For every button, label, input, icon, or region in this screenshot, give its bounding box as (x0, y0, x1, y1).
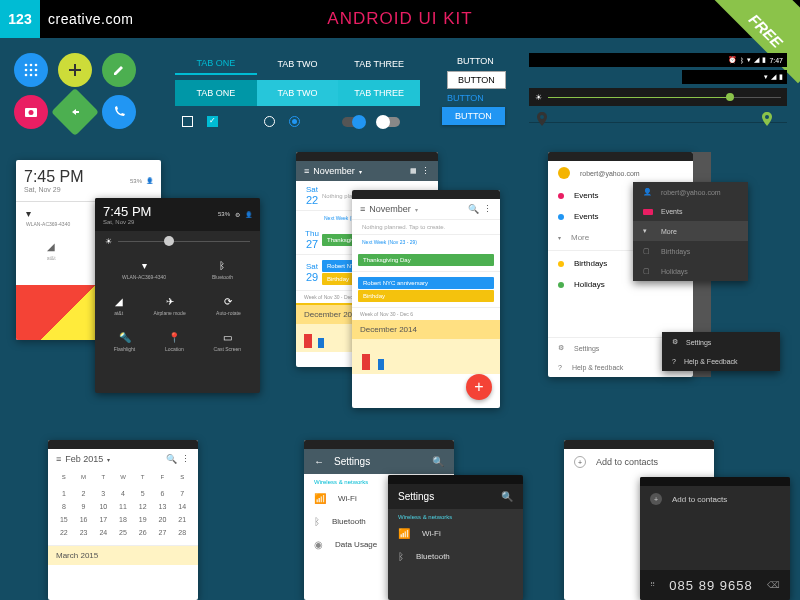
button-link[interactable]: BUTTON (447, 93, 484, 103)
date-cell[interactable]: 13 (153, 500, 173, 513)
settings-wifi-dark[interactable]: 📶Wi-Fi (388, 522, 523, 545)
checkbox-unchecked[interactable] (182, 116, 193, 127)
add-contact-icon[interactable]: + (574, 456, 586, 468)
dialpad-icon[interactable]: ⠿ (650, 581, 655, 589)
avatar (558, 167, 570, 179)
settings-bt-dark[interactable]: ᛒBluetooth (388, 545, 523, 568)
date-cell[interactable]: 7 (172, 487, 192, 500)
settings-icon[interactable]: ⚙ (235, 211, 240, 218)
menu-icon[interactable]: ≡ (56, 454, 61, 464)
add-contact-icon[interactable]: + (650, 493, 662, 505)
qs-signal[interactable]: ◢at&t (114, 296, 123, 316)
button-ghost[interactable]: BUTTON (447, 53, 504, 69)
date-cell[interactable]: 8 (54, 500, 74, 513)
date-cell[interactable]: 15 (54, 513, 74, 526)
date-cell[interactable]: 10 (93, 500, 113, 513)
profile-icon[interactable]: 👤 (146, 177, 153, 184)
date-cell[interactable]: 28 (172, 526, 192, 539)
date-cell[interactable]: 23 (74, 526, 94, 539)
tab-three[interactable]: TAB THREE (338, 53, 420, 75)
tab-one[interactable]: TAB ONE (175, 53, 257, 75)
menu-settings[interactable]: ⚙Settings (662, 332, 780, 352)
svg-point-7 (30, 74, 33, 77)
toggle-off[interactable] (378, 117, 400, 127)
qs-cast[interactable]: ▭Cast Screen (214, 332, 242, 352)
qs-bluetooth[interactable]: ᛒBluetooth (212, 260, 233, 280)
tab-one-solid[interactable]: TAB ONE (175, 80, 257, 106)
qs-wifi[interactable]: ▾WLAN-AC369-4340 (122, 260, 166, 280)
date-cell[interactable]: 9 (74, 500, 94, 513)
date-cell[interactable]: 2 (74, 487, 94, 500)
backspace-icon[interactable]: ⌫ (767, 580, 780, 590)
menu-events[interactable]: Events (633, 202, 748, 221)
date-cell[interactable]: 26 (133, 526, 153, 539)
bluetooth-icon: ᛒ (740, 57, 744, 64)
notif-date: Sat, Nov 29 (24, 186, 84, 193)
search-icon[interactable]: 🔍 (501, 491, 513, 502)
profile-icon[interactable]: 👤 (245, 211, 252, 218)
search-icon[interactable]: 🔍 (468, 204, 479, 214)
qs-airplane[interactable]: ✈Airplane mode (153, 296, 185, 316)
search-icon[interactable]: 🔍 (432, 456, 444, 467)
tab-two-solid[interactable]: TAB TWO (257, 80, 339, 106)
button-solid[interactable]: BUTTON (442, 107, 505, 125)
date-cell[interactable]: 22 (54, 526, 74, 539)
more-icon[interactable]: ⋮ (421, 166, 430, 176)
pin-end-icon[interactable] (762, 112, 772, 126)
date-cell[interactable]: 19 (133, 513, 153, 526)
date-cell[interactable]: 11 (113, 500, 133, 513)
date-cell[interactable]: 12 (133, 500, 153, 513)
search-icon[interactable]: 🔍 (166, 454, 177, 464)
directions-icon[interactable] (51, 88, 99, 136)
edit-icon[interactable] (102, 53, 136, 87)
date-cell[interactable]: 6 (153, 487, 173, 500)
date-cell[interactable]: 18 (113, 513, 133, 526)
date-cell[interactable]: 21 (172, 513, 192, 526)
button-outline[interactable]: BUTTON (447, 71, 506, 89)
radio-checked[interactable] (289, 116, 300, 127)
call-icon[interactable] (102, 95, 136, 129)
range-slider[interactable] (529, 122, 787, 123)
date-cell[interactable]: 24 (93, 526, 113, 539)
qs-rotate[interactable]: ⟳Auto-rotate (216, 296, 241, 316)
more-icon[interactable]: ⋮ (483, 204, 492, 214)
camera-icon[interactable] (14, 95, 48, 129)
date-cell[interactable]: 5 (133, 487, 153, 500)
date-cell[interactable]: 16 (74, 513, 94, 526)
menu-icon[interactable]: ≡ (304, 166, 309, 176)
date-cell[interactable]: 14 (172, 500, 192, 513)
date-grid[interactable]: 1234567891011121314151617181920212223242… (48, 485, 198, 541)
tab-three-solid[interactable]: TAB THREE (338, 80, 420, 106)
add-icon[interactable] (58, 53, 92, 87)
menu-more[interactable]: ▾More (633, 221, 748, 241)
date-cell[interactable]: 27 (153, 526, 173, 539)
qs-location[interactable]: 📍Location (165, 332, 184, 352)
date-cell[interactable]: 25 (113, 526, 133, 539)
checkbox-checked[interactable] (207, 116, 218, 127)
date-cell[interactable]: 17 (93, 513, 113, 526)
date-cell[interactable]: 20 (153, 513, 173, 526)
date-cell[interactable]: 4 (113, 487, 133, 500)
date-cell[interactable]: 1 (54, 487, 74, 500)
date-cell[interactable]: 3 (93, 487, 113, 500)
dialpad-icon[interactable] (14, 53, 48, 87)
menu-icon[interactable]: ≡ (360, 204, 365, 214)
menu-birthdays[interactable]: ▢Birthdays (633, 241, 748, 261)
menu-help[interactable]: ?Help & Feedback (662, 352, 780, 371)
logo-badge: 123 (0, 0, 40, 38)
calendar-header[interactable]: ≡ November▾ ▦ ⋮ (296, 161, 438, 181)
radio-unchecked[interactable] (264, 116, 275, 127)
pin-start-icon[interactable] (537, 112, 547, 126)
wifi-icon: ▾ (747, 56, 751, 64)
brightness-slider[interactable]: ☀ (529, 88, 787, 106)
back-icon[interactable]: ← (314, 456, 324, 467)
menu-holidays[interactable]: ▢Holidays (633, 261, 748, 281)
tab-two[interactable]: TAB TWO (257, 53, 339, 75)
clock-text: 7:47 (769, 57, 783, 64)
fab-add[interactable]: + (466, 374, 492, 400)
today-icon[interactable]: ▦ (410, 167, 417, 175)
qs-signal[interactable]: ◢at&t (47, 241, 56, 261)
toggle-on[interactable] (342, 117, 364, 127)
qs-flashlight[interactable]: 🔦Flashlight (114, 332, 135, 352)
more-icon[interactable]: ⋮ (181, 454, 190, 464)
